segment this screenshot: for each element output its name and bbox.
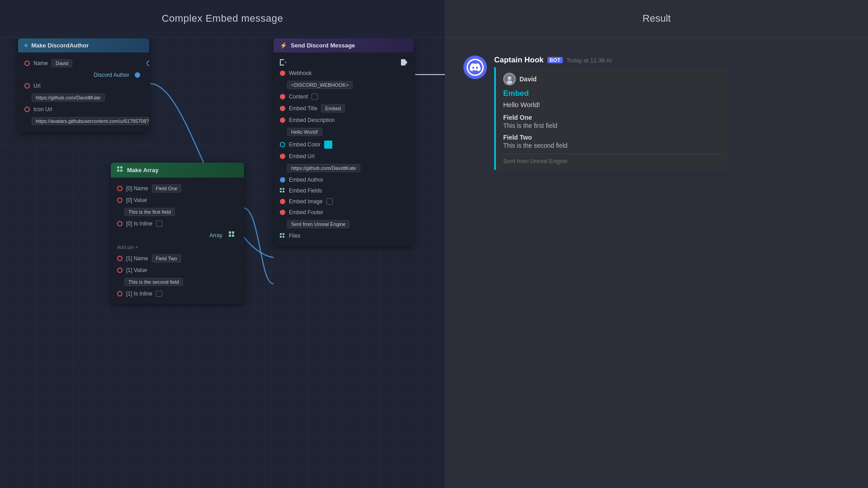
embed-field-0-value: This is the first field bbox=[503, 122, 722, 129]
discord-body: Captain Hook BOT Today at 11:36 AI bbox=[494, 56, 850, 170]
embed-desc-value-row: Hello World! bbox=[274, 126, 414, 138]
embed-author: David bbox=[503, 73, 722, 85]
embed-title-row: Embed Title Embed bbox=[274, 102, 414, 115]
avatar-discord-icon bbox=[468, 60, 482, 75]
author-output-row: Discord Author bbox=[18, 70, 149, 80]
author-icon-url-row: Icon Url bbox=[18, 104, 149, 115]
embed-url-pin bbox=[280, 154, 285, 159]
embed-color-row: Embed Color bbox=[274, 138, 414, 151]
result-content: Captain Hook BOT Today at 11:36 AI bbox=[445, 38, 868, 488]
array-f0-name-value: Field One bbox=[152, 184, 182, 192]
send-message-icon: ⚡ bbox=[280, 42, 287, 49]
author-name-value: David bbox=[52, 59, 72, 67]
array-f0-value-value: This is the first field bbox=[124, 208, 175, 216]
embed-image-pin bbox=[280, 199, 285, 204]
array-field0-value-row: [0] Value bbox=[111, 195, 244, 206]
embed-field-0: Field One This is the first field bbox=[503, 114, 722, 129]
embed-color-swatch[interactable] bbox=[324, 141, 332, 149]
svg-rect-0 bbox=[117, 166, 119, 169]
author-name-pin bbox=[24, 61, 30, 66]
content-pin bbox=[280, 94, 285, 99]
webhook-row: Webhook bbox=[274, 68, 414, 79]
embed-author-name: David bbox=[519, 75, 537, 83]
array-field1-name-row: [1] Name Field Two bbox=[111, 252, 244, 265]
author-url-value-row: https://github.com/DavidtKate bbox=[18, 91, 149, 104]
author-url-pin bbox=[24, 83, 30, 89]
discord-header: Captain Hook BOT Today at 11:36 AI bbox=[494, 56, 850, 65]
embed-title-value: Embed bbox=[321, 104, 345, 113]
array-f1-inline-pin bbox=[117, 291, 123, 296]
author-name-row: Name David bbox=[18, 57, 149, 70]
make-array-node: Make Array [0] Name Field One [0] Value … bbox=[111, 163, 244, 304]
embed-description: Hello World! bbox=[503, 101, 722, 108]
author-icon-url-pin bbox=[24, 107, 30, 112]
array-f0-inline-checkbox[interactable] bbox=[156, 221, 162, 227]
array-field0-name-row: [0] Name Field One bbox=[111, 182, 244, 195]
svg-rect-12 bbox=[280, 233, 282, 235]
avatar-inner bbox=[467, 59, 484, 76]
send-message-node: ⚡ Send Discord Message Webhook bbox=[274, 38, 414, 246]
add-pin-button[interactable]: Add pin + bbox=[117, 244, 138, 250]
author-url-row: Url bbox=[18, 80, 149, 91]
svg-rect-4 bbox=[229, 231, 231, 234]
embed-field-0-name: Field One bbox=[503, 114, 722, 121]
discord-author-out-pin bbox=[146, 61, 149, 66]
result-title: Result bbox=[445, 0, 868, 38]
embed-footer-value: Sent from Unreal Engine bbox=[287, 220, 349, 228]
make-array-title: Make Array bbox=[127, 167, 159, 174]
embed-title-pin bbox=[280, 106, 285, 111]
array-f1-value-value-row: This is the second field bbox=[111, 276, 244, 288]
svg-rect-13 bbox=[283, 233, 284, 235]
content-checkbox[interactable] bbox=[311, 94, 318, 100]
embed-fields-row: Embed Fields bbox=[274, 185, 414, 196]
embed-field-1-name: Field Two bbox=[503, 134, 722, 141]
embed-author-pin bbox=[280, 177, 285, 183]
blueprint-title: Complex Embed message bbox=[0, 0, 445, 38]
svg-rect-7 bbox=[232, 235, 234, 237]
embed-author-row: Embed Author bbox=[274, 174, 414, 185]
author-url-value: https://github.com/DavidtKate bbox=[32, 94, 105, 102]
message-timestamp: Today at 11:36 AI bbox=[566, 57, 612, 64]
array-f1-name-pin bbox=[117, 256, 123, 261]
embed-footer-value-row: Sent from Unreal Engine bbox=[274, 218, 414, 230]
embed-footer-pin bbox=[280, 210, 285, 215]
array-f1-value-pin bbox=[117, 267, 123, 273]
svg-rect-8 bbox=[280, 188, 282, 190]
svg-rect-9 bbox=[283, 188, 284, 190]
svg-rect-3 bbox=[120, 169, 123, 172]
embed-image-checkbox[interactable] bbox=[326, 198, 333, 205]
make-author-title: Make DiscordAuthor bbox=[31, 42, 89, 49]
svg-point-18 bbox=[507, 80, 512, 84]
blueprint-panel: Complex Embed message ≈ Make DiscordAuth… bbox=[0, 0, 445, 488]
exec-in-pin bbox=[280, 59, 286, 66]
make-author-icon: ≈ bbox=[24, 42, 28, 49]
send-message-header: ⚡ Send Discord Message bbox=[274, 38, 414, 52]
discord-author-pin bbox=[135, 72, 140, 78]
svg-point-17 bbox=[508, 76, 511, 80]
bot-badge: BOT bbox=[547, 57, 563, 63]
make-array-body: [0] Name Field One [0] Value This is the… bbox=[111, 178, 244, 304]
embed-image-row: Embed Image bbox=[274, 196, 414, 207]
array-f0-inline-pin bbox=[117, 221, 123, 226]
embed-fields-grid-pin bbox=[280, 188, 285, 193]
array-f0-inline-row: [0] Is Inline bbox=[111, 218, 244, 229]
embed-field-1: Field Two This is the second field bbox=[503, 134, 722, 149]
svg-rect-6 bbox=[229, 235, 231, 237]
embed-footer-row: Embed Footer bbox=[274, 207, 414, 218]
embed-desc-pin bbox=[280, 117, 285, 123]
webhook-pin bbox=[280, 70, 285, 76]
array-f1-inline-row: [1] Is Inline bbox=[111, 288, 244, 299]
send-message-title: Send Discord Message bbox=[291, 42, 355, 49]
svg-rect-1 bbox=[120, 166, 123, 169]
make-author-header: ≈ Make DiscordAuthor bbox=[18, 38, 149, 52]
array-f1-inline-checkbox[interactable] bbox=[156, 291, 162, 297]
embed-desc-row: Embed Description bbox=[274, 115, 414, 126]
embed-title: Embed bbox=[503, 89, 722, 98]
webhook-value: <DISCORD_WEBHOOK> bbox=[287, 81, 353, 89]
webhook-value-row: <DISCORD_WEBHOOK> bbox=[274, 79, 414, 91]
files-grid-pin bbox=[280, 233, 285, 239]
make-array-header: Make Array bbox=[111, 163, 244, 178]
embed-url-value-row: https://github.com/DavidtKate bbox=[274, 162, 414, 174]
main-container: Complex Embed message ≈ Make DiscordAuth… bbox=[0, 0, 868, 488]
embed-color-pin bbox=[280, 142, 285, 147]
